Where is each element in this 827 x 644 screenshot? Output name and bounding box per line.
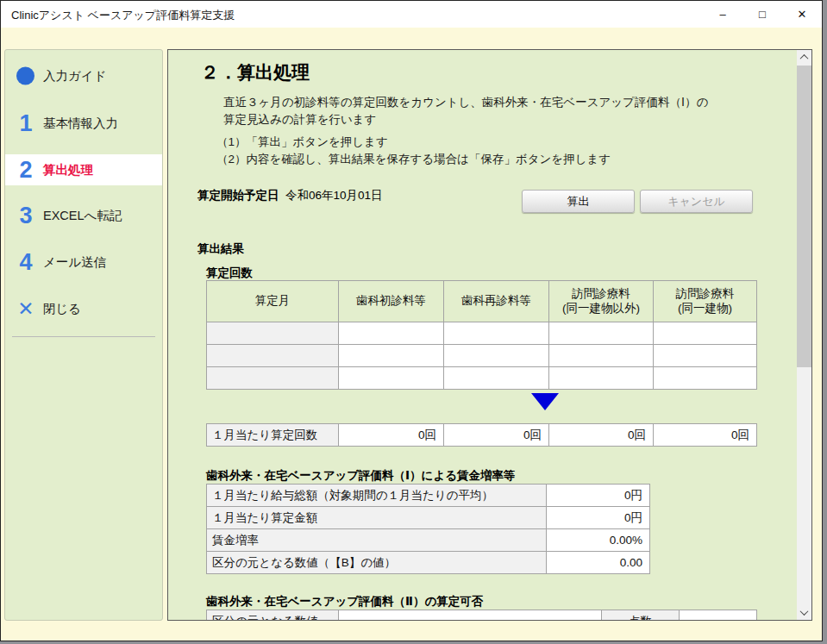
monthly-count-row: １月当たり算定回数 0回 0回 0回 0回 — [207, 424, 757, 447]
sidebar-item-label: EXCELへ転記 — [43, 208, 122, 224]
row-value: 0.00 — [547, 552, 650, 574]
wage-increase-table: １月当たり給与総額（対象期間の１月当たりの平均） 0円 １月当たり算定金額 0円… — [206, 484, 650, 574]
sidebar-divider — [12, 336, 155, 337]
close-icon: ✕ — [798, 8, 807, 21]
table-row: 賃金増率 0.00% — [207, 529, 650, 552]
row-value: 0円 — [547, 507, 650, 529]
blue-circle-icon — [16, 67, 34, 85]
row-label: 賃金増率 — [207, 529, 547, 552]
window-controls: – □ ✕ — [703, 1, 822, 28]
flow-down-arrow-icon — [531, 393, 559, 410]
monthly-count-value: 0回 — [654, 424, 757, 447]
count-table-empty-row — [207, 322, 757, 345]
cancel-button[interactable]: キャンセル — [640, 190, 753, 213]
monthly-count-value: 0回 — [549, 424, 654, 447]
step-number-3: 3 — [14, 203, 38, 229]
row-value: 0.00% — [547, 529, 650, 552]
result-section-label: 算出結果 — [197, 241, 244, 257]
monthly-count-value: 0回 — [339, 424, 444, 447]
start-date-value: 令和06年10月01日 — [285, 188, 383, 203]
main-panel: ２．算出処理 直近３ヶ月の初診料等の算定回数をカウントし、歯科外来・在宅ベースア… — [167, 49, 812, 621]
count-table-empty-row — [207, 345, 757, 367]
sidebar-item-mail-send[interactable]: 4 メール送信 — [5, 247, 162, 278]
maximize-button[interactable]: □ — [742, 1, 782, 28]
sidebar-item-label: メール送信 — [43, 254, 106, 271]
close-x-icon: ✕ — [14, 297, 38, 321]
description-line1: 直近３ヶ月の初診料等の算定回数をカウントし、歯科外来・在宅ベースアップ評価料（Ⅰ… — [223, 95, 708, 110]
count-table-header: 算定月 — [207, 281, 339, 322]
count-table-empty-row — [207, 367, 757, 390]
calculate-button[interactable]: 算出 — [522, 190, 635, 213]
row-label: １月当たり算定金額 — [207, 507, 547, 529]
description-line2: 算定見込みの計算を行います — [223, 112, 376, 128]
monthly-count-label: １月当たり算定回数 — [207, 424, 339, 447]
points-header: 点数 — [602, 610, 680, 622]
count-table-header: 訪問診療料(同一建物) — [654, 281, 757, 322]
scroll-down-button[interactable] — [797, 605, 811, 620]
minimize-icon: – — [719, 8, 725, 21]
scroll-up-button[interactable] — [797, 50, 811, 65]
scrollbar-thumb[interactable] — [797, 66, 811, 367]
table-row: １月当たり給与総額（対象期間の１月当たりの平均） 0円 — [207, 485, 650, 507]
chevron-up-icon — [800, 54, 809, 63]
section2-title: 歯科外来・在宅ベースアップ評価料（Ⅱ）の算定可否 — [206, 594, 483, 610]
title-bar: Clinicアシスト ベースアップ評価料算定支援 – □ ✕ — [1, 1, 822, 28]
table-row: 区分の元となる数値（【B】の値） 0.00 — [207, 552, 650, 574]
row-value: 0円 — [547, 485, 650, 507]
sidebar-item-calculation[interactable]: 2 算出処理 — [5, 154, 162, 185]
page-title: ２．算出処理 — [201, 60, 310, 84]
minimize-button[interactable]: – — [703, 1, 742, 28]
sidebar-item-excel-transfer[interactable]: 3 EXCELへ転記 — [5, 200, 162, 231]
count-table-header: 訪問診療料(同一建物以外) — [549, 281, 654, 322]
section1-title: 歯科外来・在宅ベースアップ評価料（Ⅰ）による賃金増率等 — [206, 468, 516, 484]
description-step1: （1）「算出」ボタンを押します — [216, 134, 388, 150]
sidebar-item-basic-info[interactable]: 1 基本情報入力 — [5, 108, 162, 139]
sidebar-item-close[interactable]: ✕ 閉じる — [5, 293, 162, 324]
step-number-2: 2 — [14, 157, 38, 184]
vertical-scrollbar[interactable] — [797, 50, 811, 620]
monthly-count-value: 0回 — [444, 424, 549, 447]
count-table-title: 算定回数 — [206, 266, 253, 281]
table-row: １月当たり算定金額 0円 — [207, 507, 650, 529]
app-window: Clinicアシスト ベースアップ評価料算定支援 – □ ✕ 入力ガイド 1 基… — [0, 0, 823, 641]
count-table: 算定月 歯科初診料等 歯科再診料等 訪問診療料(同一建物以外) 訪問診療料(同一… — [206, 280, 757, 390]
close-button[interactable]: ✕ — [782, 1, 822, 28]
step-number-1: 1 — [14, 110, 38, 137]
table-row: 区分の元となる数値 点数 — [207, 610, 757, 622]
sidebar-item-label: 閉じる — [43, 301, 81, 317]
sidebar-nav: 入力ガイド 1 基本情報入力 2 算出処理 3 EXCELへ転記 4 メール送信… — [4, 49, 163, 621]
count-table-header: 歯科再診料等 — [444, 281, 549, 322]
sidebar-item-label: 算出処理 — [43, 162, 93, 178]
start-date-label: 算定開始予定日 — [197, 188, 279, 203]
window-title: Clinicアシスト ベースアップ評価料算定支援 — [11, 8, 235, 23]
chevron-down-icon — [800, 607, 809, 616]
sidebar-item-input-guide[interactable]: 入力ガイド — [5, 60, 162, 91]
row-label: 区分の元となる数値 — [207, 610, 339, 622]
eligibility-table: 区分の元となる数値 点数 — [206, 610, 757, 621]
step-number-4: 4 — [14, 249, 38, 276]
maximize-icon: □ — [759, 8, 766, 21]
row-label: 区分の元となる数値（【B】の値） — [207, 552, 547, 574]
sidebar-item-label: 基本情報入力 — [43, 116, 118, 132]
count-table-header: 歯科初診料等 — [339, 281, 444, 322]
monthly-count-table: １月当たり算定回数 0回 0回 0回 0回 — [206, 423, 757, 447]
row-label: １月当たり給与総額（対象期間の１月当たりの平均） — [207, 485, 547, 507]
sidebar-item-label: 入力ガイド — [43, 68, 107, 84]
description-step2: （2）内容を確認し、算出結果を保存する場合は「保存」ボタンを押します — [216, 152, 611, 167]
